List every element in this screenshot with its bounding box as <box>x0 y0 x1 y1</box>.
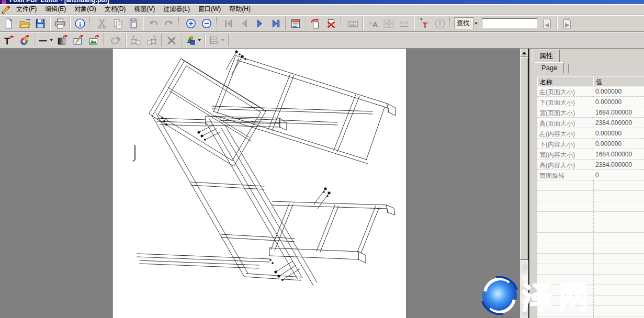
table-empty-rows <box>537 180 644 318</box>
letter-t-glyph: T <box>423 20 428 29</box>
panel-title-strip: 属性 <box>530 49 644 61</box>
property-value[interactable]: 2384.000000 <box>593 160 644 170</box>
zoom-out-button[interactable] <box>199 16 214 31</box>
letter-a-glyph: A <box>390 21 393 26</box>
insert-image-button[interactable] <box>86 32 102 48</box>
property-value[interactable]: 2384.000000 <box>593 118 644 128</box>
info-icon: i <box>74 18 86 29</box>
app-window: Foxit PDF Editor - [anzhuang.pdf] 文件(F) … <box>0 0 644 318</box>
shapes-icon <box>185 35 196 46</box>
toolbar-separator <box>414 17 415 30</box>
menu-bar: 文件(F) 编辑(E) 对象(O) 文档(D) 视图(V) 过滤器(L) 窗口(… <box>0 4 644 15</box>
property-value[interactable]: 0.000000 <box>593 86 644 97</box>
toolbar-gripper <box>89 17 92 30</box>
text-circle-icon: T <box>434 18 446 29</box>
paste-icon <box>128 18 139 29</box>
find-input[interactable] <box>482 18 537 28</box>
zoom-in-icon <box>185 18 197 29</box>
screw-detail <box>270 259 300 281</box>
prev-page-button <box>236 16 252 31</box>
document-canvas[interactable] <box>0 49 520 318</box>
menu-help[interactable]: 帮助(H) <box>225 4 255 15</box>
menu-file[interactable]: 文件(F) <box>12 4 41 15</box>
toolbar-separator <box>70 17 71 30</box>
property-row: 高(内容大小) 2384.000000 <box>537 160 644 170</box>
new-button[interactable] <box>1 16 17 31</box>
toolbar-separator <box>126 34 127 47</box>
toolbar-separator <box>228 34 229 47</box>
line-tool-icon <box>38 35 48 46</box>
menu-window[interactable]: 窗口(W) <box>194 4 225 15</box>
zoom-in-button[interactable] <box>183 16 199 31</box>
toolbar-gripper <box>178 17 181 30</box>
open-button[interactable] <box>17 16 32 31</box>
gradient-box-button[interactable] <box>55 32 71 48</box>
shapes-dropdown-icon[interactable] <box>198 39 201 41</box>
next-page-button[interactable] <box>252 16 268 31</box>
delete-page-button[interactable] <box>323 16 339 31</box>
property-value[interactable]: 1684.000000 <box>593 107 644 118</box>
property-name: 宽(内容大小) <box>537 149 593 160</box>
property-name: 高(内容大小) <box>537 160 593 170</box>
find-next-button <box>559 16 575 31</box>
font-size-button: AA <box>365 16 381 31</box>
property-value[interactable]: 0 <box>593 170 644 180</box>
property-value[interactable]: 0.000000 <box>593 139 644 149</box>
toolbar-main: i AA AA AA T T 查找: <box>0 15 644 32</box>
panel-title-tab[interactable]: 属性 <box>533 50 560 62</box>
print-button[interactable] <box>52 16 68 31</box>
property-value[interactable]: 0.000000 <box>593 128 644 139</box>
font-box-icon: AA <box>383 18 394 29</box>
property-value[interactable]: 1684.000000 <box>593 149 644 160</box>
content-area: 属性 Page 名称 值 左(页面大小) 0.000000 下(页面大小) 0.… <box>0 49 644 318</box>
up-arrow-icon <box>522 52 526 54</box>
screw-detail <box>314 188 330 209</box>
delete-object-button <box>164 32 179 48</box>
pdf-page[interactable] <box>112 49 407 318</box>
menu-object[interactable]: 对象(O) <box>70 4 100 15</box>
line-tool-dropdown-icon[interactable] <box>50 39 53 41</box>
property-name: 下(内容大小) <box>537 139 593 149</box>
save-button[interactable] <box>32 16 48 31</box>
menu-edit[interactable]: 编辑(E) <box>41 4 70 15</box>
menu-document[interactable]: 文档(D) <box>100 4 130 15</box>
page-layout-button[interactable] <box>288 16 303 31</box>
menu-filter[interactable]: 过滤器(L) <box>159 4 194 15</box>
toolbar-separator <box>181 34 182 47</box>
last-page-button[interactable] <box>268 16 284 31</box>
toolbar-separator <box>557 17 558 30</box>
edit-object-icon <box>110 35 122 46</box>
line-tool-button[interactable] <box>37 32 49 48</box>
toolbar-gripper <box>341 17 343 30</box>
page-layout-icon <box>290 18 301 29</box>
cad-drawing <box>112 49 406 318</box>
rotate-page-icon <box>310 18 321 29</box>
menu-view[interactable]: 视图(V) <box>130 4 159 15</box>
insert-text-button[interactable]: T <box>1 32 17 48</box>
color-wheel-button[interactable] <box>17 32 32 48</box>
info-button[interactable]: i <box>72 16 88 31</box>
edit-image-button[interactable] <box>71 32 86 48</box>
align-button <box>207 32 221 48</box>
prev-page-icon <box>239 18 250 29</box>
undo-button <box>145 16 161 31</box>
tab-page[interactable]: Page <box>535 62 564 74</box>
find-dropdown-icon[interactable] <box>474 22 478 25</box>
toolbar-separator <box>34 34 35 47</box>
toolbar-separator <box>285 17 286 30</box>
info-glyph: i <box>79 20 81 28</box>
title-bar: Foxit PDF Editor - [anzhuang.pdf] <box>0 0 644 4</box>
shapes-button[interactable] <box>184 32 197 48</box>
font-width-icon: AA <box>399 18 410 29</box>
rotate-page-button[interactable] <box>308 16 323 31</box>
font-box-button: AA <box>381 16 397 31</box>
scroll-up-button[interactable] <box>520 49 528 57</box>
find-prev-icon <box>541 18 553 29</box>
app-icon <box>2 0 6 4</box>
add-text-button[interactable]: T <box>416 16 432 31</box>
property-value[interactable]: 0.000000 <box>593 97 644 107</box>
vertical-scrollbar[interactable] <box>520 49 528 318</box>
paste-button <box>126 16 141 31</box>
text-caret <box>133 145 135 161</box>
scrollbar-thumb[interactable] <box>520 58 528 260</box>
